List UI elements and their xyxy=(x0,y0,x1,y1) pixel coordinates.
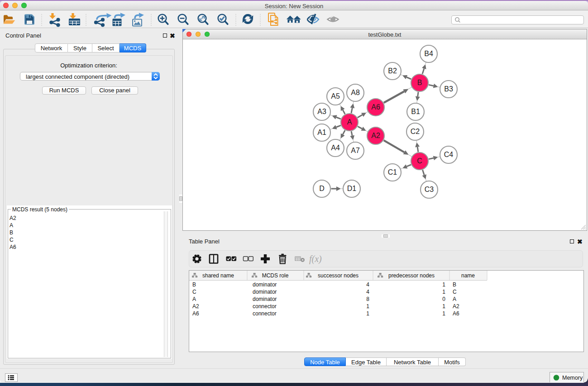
svg-text:connector: connector xyxy=(253,310,277,317)
svg-text:1: 1 xyxy=(366,310,369,317)
svg-text:D: D xyxy=(319,185,325,192)
svg-text:dominator: dominator xyxy=(253,296,277,302)
svg-text:1: 1 xyxy=(442,310,445,317)
svg-text:B3: B3 xyxy=(444,85,453,93)
svg-text:A: A xyxy=(453,296,456,302)
svg-text:A1: A1 xyxy=(317,129,326,136)
svg-text:A: A xyxy=(192,296,196,302)
svg-text:1: 1 xyxy=(442,303,445,310)
svg-text:B: B xyxy=(417,79,422,86)
svg-text:A: A xyxy=(347,118,352,126)
svg-text:1: 1 xyxy=(442,289,445,295)
svg-text:1: 1 xyxy=(442,281,445,288)
svg-text:A2: A2 xyxy=(453,303,459,310)
svg-text:A6: A6 xyxy=(192,310,199,317)
svg-text:dominator: dominator xyxy=(253,281,277,288)
svg-text:shared name: shared name xyxy=(202,272,234,279)
svg-text:A6: A6 xyxy=(371,103,380,111)
svg-text:C: C xyxy=(192,289,196,295)
svg-text:C2: C2 xyxy=(411,128,420,135)
svg-text:C1: C1 xyxy=(388,168,397,176)
svg-text:1: 1 xyxy=(366,303,369,310)
svg-text:4: 4 xyxy=(366,281,369,288)
svg-text:B: B xyxy=(192,281,196,288)
svg-text:connector: connector xyxy=(253,303,277,310)
svg-text:A8: A8 xyxy=(351,89,360,96)
svg-text:MCDS role: MCDS role xyxy=(262,272,289,279)
svg-text:0: 0 xyxy=(442,296,445,302)
svg-text:A4: A4 xyxy=(331,144,340,152)
svg-text:4: 4 xyxy=(366,289,369,295)
svg-text:C: C xyxy=(453,289,457,295)
svg-text:D1: D1 xyxy=(347,185,357,192)
svg-text:A3: A3 xyxy=(317,108,326,115)
svg-text:8: 8 xyxy=(366,296,369,302)
svg-text:B2: B2 xyxy=(388,67,397,75)
svg-text:A2: A2 xyxy=(371,132,380,139)
svg-text:A2: A2 xyxy=(192,303,199,310)
svg-text:A6: A6 xyxy=(453,310,459,317)
svg-text:successor nodes: successor nodes xyxy=(318,272,359,279)
svg-text:B: B xyxy=(453,281,456,288)
svg-text:B4: B4 xyxy=(424,50,433,57)
svg-text:C: C xyxy=(417,157,422,165)
svg-text:dominator: dominator xyxy=(253,289,277,295)
svg-text:C3: C3 xyxy=(425,186,434,193)
svg-text:B1: B1 xyxy=(411,108,420,115)
svg-text:name: name xyxy=(461,272,475,279)
svg-text:A7: A7 xyxy=(351,147,360,154)
svg-text:C4: C4 xyxy=(444,151,454,158)
svg-text:predecessor nodes: predecessor nodes xyxy=(388,272,435,279)
svg-text:Memory: Memory xyxy=(562,375,583,381)
svg-text:f(x): f(x) xyxy=(309,254,322,264)
svg-text:A5: A5 xyxy=(331,92,340,100)
